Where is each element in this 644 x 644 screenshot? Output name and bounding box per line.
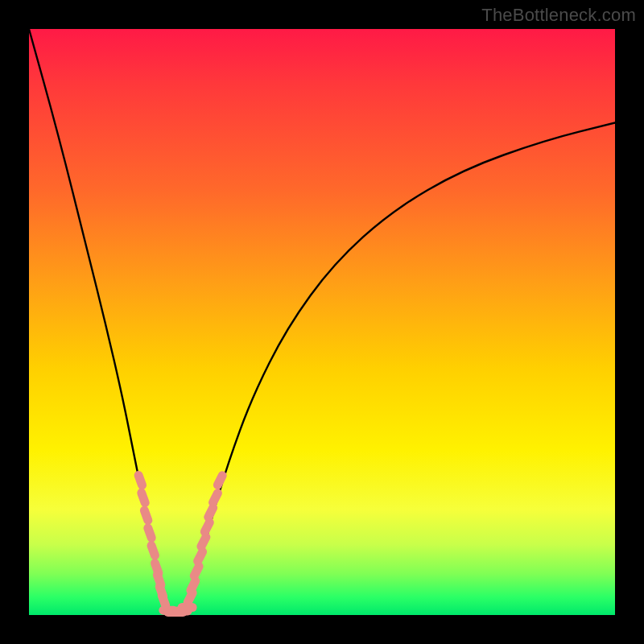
chart-frame: TheBottleneck.com [0,0,644,644]
left-highlight-band [133,469,171,611]
chart-svg [29,29,615,615]
right-highlight-band [182,469,229,608]
plot-area [29,29,615,615]
svg-rect-2 [138,505,154,526]
svg-rect-22 [178,603,197,612]
svg-rect-1 [136,487,151,508]
svg-rect-3 [142,522,158,543]
watermark-text: TheBottleneck.com [481,5,636,26]
svg-rect-4 [146,540,161,561]
svg-rect-0 [133,469,148,490]
bottleneck-curve [29,29,615,615]
